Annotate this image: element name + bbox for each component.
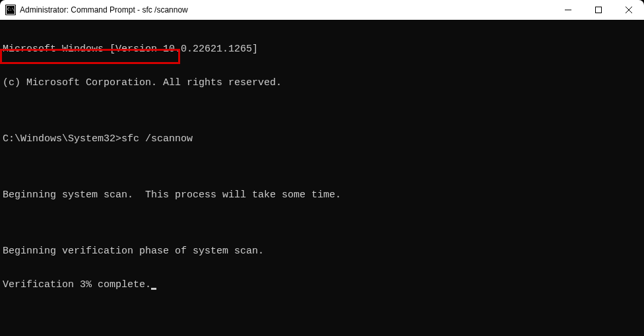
cursor: [151, 288, 156, 290]
terminal-output[interactable]: Microsoft Windows [Version 10.0.22621.12…: [0, 20, 644, 336]
command-prompt-window: C:\ Administrator: Command Prompt - sfc …: [0, 0, 644, 336]
close-button[interactable]: [614, 0, 644, 20]
copyright-line: (c) Microsoft Corporation. All rights re…: [3, 77, 641, 88]
scan-start-line: Beginning system scan. This process will…: [3, 189, 641, 201]
minimize-button[interactable]: [553, 0, 583, 20]
svg-rect-5: [596, 7, 602, 13]
verify-progress-line: Verification 3% complete.: [3, 279, 641, 290]
svg-text:C:\: C:\: [7, 7, 15, 11]
verify-phase-line: Beginning verification phase of system s…: [3, 246, 641, 257]
window-title: Administrator: Command Prompt - sfc /sca…: [20, 5, 553, 15]
prompt-command-line: C:\Windows\System32>sfc /scannow: [3, 133, 641, 145]
maximize-button[interactable]: [583, 0, 614, 20]
cmd-icon: C:\: [5, 5, 16, 15]
window-controls: [553, 0, 644, 20]
version-line: Microsoft Windows [Version 10.0.22621.12…: [3, 44, 641, 55]
titlebar[interactable]: C:\ Administrator: Command Prompt - sfc …: [0, 0, 644, 20]
